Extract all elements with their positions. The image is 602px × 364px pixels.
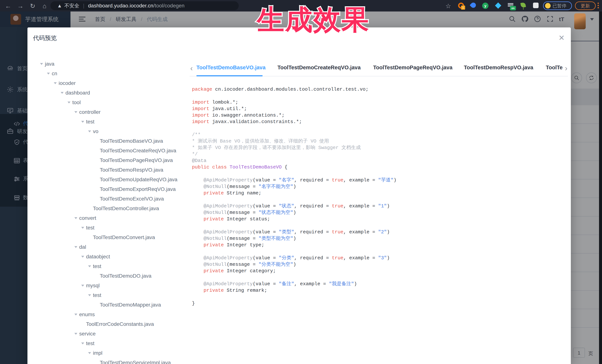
code-segment: ) bbox=[387, 229, 390, 235]
code-segment: "分类不能为空" bbox=[258, 262, 293, 267]
address-bar[interactable]: ▲ 不安全 | dashboard.yudao.iocoder.cn /tool… bbox=[50, 1, 239, 10]
code-segment: import bbox=[192, 100, 209, 105]
tree-item-label: ToolTestDemoServiceImpl.java bbox=[100, 360, 171, 364]
tree-folder[interactable]: dashboard bbox=[61, 88, 90, 98]
extension-tabs-icon[interactable]: on bbox=[508, 3, 513, 7]
tree-file[interactable]: ToolTestDemoController.java bbox=[93, 204, 159, 213]
code-segment: ) bbox=[293, 210, 296, 215]
code-segment: , required = bbox=[294, 203, 332, 209]
tree-file[interactable]: ToolTestDemoExcelVO.java bbox=[100, 194, 164, 204]
browser-scrollbar[interactable] bbox=[599, 11, 602, 364]
back-icon[interactable]: ← bbox=[4, 2, 12, 10]
reload-icon[interactable]: ↻ bbox=[29, 2, 37, 10]
tree-file[interactable]: ToolTestDemoBaseVO.java bbox=[100, 136, 163, 146]
update-label: 更新 bbox=[581, 3, 590, 9]
tree-file[interactable]: ToolTestDemoPageReqVO.java bbox=[100, 156, 173, 165]
tree-folder[interactable]: test bbox=[88, 261, 101, 271]
caret-down-icon bbox=[74, 217, 77, 219]
extension-drop-icon[interactable] bbox=[471, 3, 476, 8]
tree-file[interactable]: ToolTestDemoExportReqVO.java bbox=[100, 184, 176, 194]
chrome-update-button[interactable]: 更新 bbox=[575, 1, 596, 10]
extension-diamond-icon[interactable] bbox=[495, 3, 501, 9]
tree-file[interactable]: ToolTestDemoServiceImpl.java bbox=[100, 358, 171, 364]
code-segment: , example = bbox=[344, 255, 378, 261]
chrome-menu-icon[interactable] bbox=[598, 3, 599, 9]
code-segment bbox=[192, 190, 204, 196]
tab-file-4[interactable]: ToolTe bbox=[546, 64, 563, 71]
code-line bbox=[192, 294, 563, 300]
tree-folder[interactable]: service bbox=[74, 329, 96, 339]
code-segment: (value = bbox=[253, 255, 279, 261]
tree-folder[interactable]: dal bbox=[74, 242, 86, 252]
not-secure-warning-icon: ▲ bbox=[57, 3, 62, 9]
code-segment: import bbox=[192, 106, 209, 112]
tree-folder[interactable]: test bbox=[81, 117, 94, 127]
code-segment: package bbox=[192, 87, 212, 92]
code-segment: (message = bbox=[227, 262, 258, 267]
tab-file-3[interactable]: ToolTestDemoRespVO.java bbox=[464, 64, 533, 71]
code-segment: (value = bbox=[253, 281, 279, 287]
code-segment: @NotNull bbox=[204, 184, 227, 189]
tab-file-1[interactable]: ToolTestDemoCreateReqVO.java bbox=[278, 64, 361, 71]
tab-file-2[interactable]: ToolTestDemoPageReqVO.java bbox=[373, 64, 452, 71]
tree-folder[interactable]: convert bbox=[74, 213, 96, 223]
extension-puzzle-icon[interactable] bbox=[533, 3, 538, 8]
code-segment bbox=[192, 268, 204, 274]
tree-folder[interactable]: test bbox=[81, 223, 94, 233]
tabs-scroll-right-icon[interactable]: › bbox=[565, 64, 567, 73]
tree-file[interactable]: ToolTestDemoMapper.java bbox=[100, 300, 161, 310]
tree-folder[interactable]: test bbox=[81, 339, 94, 348]
tab-file-0[interactable]: ToolTestDemoBaseVO.java bbox=[196, 64, 266, 71]
forward-icon[interactable]: → bbox=[16, 2, 24, 10]
bookmark-star-icon[interactable]: ☆ bbox=[444, 2, 452, 10]
code-line: public class ToolTestDemoBaseVO { bbox=[192, 164, 563, 170]
extension-green-icon[interactable]: y bbox=[482, 3, 488, 9]
tree-file[interactable]: ToolErrorCodeConstants.java bbox=[86, 319, 154, 329]
not-secure-label: 不安全 bbox=[64, 2, 79, 9]
code-segment: "备注" bbox=[279, 281, 294, 287]
code-line: @NotNull(message = "类型不能为空") bbox=[192, 235, 563, 242]
user-avatar[interactable] bbox=[574, 13, 586, 29]
tabs-scroll-left-icon[interactable]: ‹ bbox=[190, 64, 193, 73]
tree-folder[interactable]: mysql bbox=[81, 281, 100, 291]
extension-orange-icon[interactable]: 1 bbox=[458, 3, 464, 9]
tree-folder[interactable]: vo bbox=[88, 127, 98, 136]
close-icon[interactable]: ✕ bbox=[558, 34, 566, 42]
home-icon[interactable]: ⌂ bbox=[40, 2, 49, 10]
code-line: private String name; bbox=[192, 190, 563, 197]
code-segment: { bbox=[282, 164, 288, 170]
tree-item-label: tool bbox=[72, 100, 81, 105]
code-segment: , required = bbox=[294, 229, 332, 235]
extension-sprout-icon[interactable] bbox=[521, 3, 526, 10]
code-segment: (message = bbox=[227, 184, 258, 189]
code-line: @ApiModelProperty(value = "备注", example … bbox=[192, 281, 563, 287]
tree-file[interactable]: ToolTestDemoDO.java bbox=[100, 271, 151, 281]
tree-folder[interactable]: cn bbox=[47, 69, 57, 78]
code-segment: javax.validation.constraints.*; bbox=[209, 119, 302, 125]
tree-file[interactable]: ToolTestDemoRespVO.java bbox=[100, 165, 163, 175]
tree-folder[interactable]: enums bbox=[74, 310, 95, 319]
tree-folder[interactable]: test bbox=[88, 291, 101, 300]
tree-folder[interactable]: controller bbox=[74, 107, 100, 117]
tree-item-label: java bbox=[45, 61, 54, 67]
tree-folder[interactable]: dataobject bbox=[81, 252, 110, 261]
tree-folder[interactable]: impl bbox=[88, 348, 102, 358]
tree-file[interactable]: ToolTestDemoCreateReqVO.java bbox=[100, 146, 176, 156]
code-segment: private bbox=[204, 288, 224, 293]
code-line: @NotNull(message = "分类不能为空") bbox=[192, 261, 563, 268]
tree-folder[interactable]: iocoder bbox=[54, 78, 76, 88]
tree-folder[interactable]: java bbox=[40, 59, 54, 69]
code-segment: ) bbox=[394, 177, 397, 183]
tree-item-label: controller bbox=[79, 109, 100, 115]
code-line: * 如果子 VO 存在差异的字段，请不要添加到这里，影响 Swagger 文档生… bbox=[192, 145, 563, 151]
tree-file[interactable]: ToolTestDemoConvert.java bbox=[93, 233, 155, 242]
tree-file[interactable]: ToolTestDemoUpdateReqVO.java bbox=[100, 175, 177, 184]
tree-item-label: ToolTestDemoBaseVO.java bbox=[100, 138, 163, 144]
file-tree: javacniocoderdashboardtoolcontrollertest… bbox=[27, 27, 191, 364]
code-segment: "名字不能为空" bbox=[258, 184, 293, 189]
extension-on-badge: on bbox=[510, 6, 516, 10]
tree-item-label: test bbox=[93, 292, 101, 298]
tab-paused-chip[interactable]: 已暂停 bbox=[543, 1, 572, 10]
code-segment: @NotNull bbox=[204, 262, 227, 267]
tree-folder[interactable]: tool bbox=[67, 98, 81, 107]
